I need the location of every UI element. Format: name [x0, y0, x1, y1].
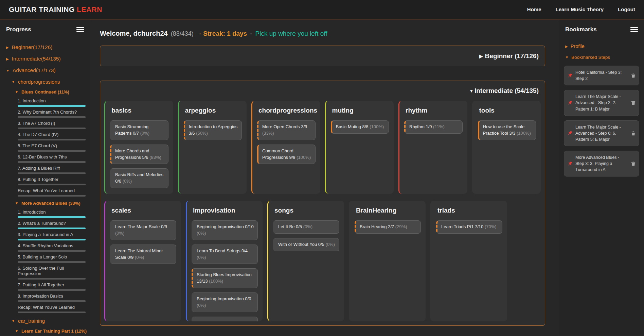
tree-step-2-what-s-a-turnaround[interactable]: 2. What's a Turnaround? [18, 221, 86, 229]
category-cards-row-2: scalesLearn The Major Scale 0/9 (0%)Lear… [104, 201, 541, 321]
tree-step-7-adding-a-blues-riff[interactable]: 7. Adding a Blues Riff [18, 166, 86, 174]
delete-bookmark-icon[interactable] [631, 73, 636, 78]
bookmark-label: Hotel California - Step 3: Step 2 [575, 69, 628, 82]
category-card-basics: basicsBasic Strumming Patterns 0/7 (0%)M… [104, 101, 173, 194]
step-progress-bar [18, 278, 86, 280]
course-button-with-or-without-you-0-5[interactable]: With or Without You 0/5 (0%) [273, 238, 339, 251]
course-percent: (0%) [325, 242, 335, 247]
nav-link-home[interactable]: Home [527, 6, 541, 12]
step-progress-bar [18, 261, 86, 263]
category-title: chordprogressions [258, 107, 316, 114]
course-button-starting-blues-improvisation-13-13[interactable]: Starting Blues Improvisation 13/13 (100%… [192, 268, 258, 288]
course-button-how-to-use-the-scale-practice-tool-3-3[interactable]: How to use the Scale Practice Tool 3/3 (… [478, 120, 536, 140]
bookmark-label: Learn The Major Scale - Advanced - Step … [575, 124, 628, 142]
tree-toggle-intermediate-54-135[interactable]: ▶Intermediate(54/135) [6, 56, 90, 62]
course-button-basic-muting-8-8[interactable]: Basic Muting 8/8 (100%) [331, 120, 389, 134]
delete-bookmark-icon[interactable] [631, 131, 636, 136]
course-button-beginning-improvisation-0-0[interactable]: Beginning Improvisation 0/0 (0%) [192, 292, 258, 312]
course-button-beginning-improvisation-0-10[interactable]: Beginning Improvisation 0/10 (0%) [192, 220, 258, 240]
tree-toggle-blues-continued-11[interactable]: ▼Blues Continued (11%) [15, 89, 90, 95]
tree-step-3-the-a7-chord-i[interactable]: 3. The A7 Chord (I) [18, 121, 86, 129]
tree-toggle-ear-training[interactable]: ▼ear_training [12, 318, 90, 324]
progress-menu-icon[interactable] [76, 26, 84, 33]
chevron-right-icon: ▶ [6, 46, 9, 49]
tree-toggle-beginner-17-126[interactable]: ▶Beginner(17/126) [6, 44, 90, 50]
tree-step-7-putting-it-all-together[interactable]: 7. Putting It All Together [18, 282, 86, 291]
tree-step-1-introduction[interactable]: 1. Introduction [18, 209, 86, 218]
course-button-common-chord-progressions-9-9[interactable]: Common Chord Progressions 9/9 (100%) [257, 145, 316, 164]
course-percent: (50%) [196, 131, 208, 136]
profile-toggle[interactable]: ▶ Profile [565, 44, 639, 49]
streak-text: - Streak: 1 days [199, 30, 247, 37]
course-button-learn-to-bend-strings-0-4[interactable]: Learn To Bend Strings 0/4 (0%) [192, 245, 258, 264]
nav-link-learn-music-theory[interactable]: Learn Music Theory [555, 6, 604, 12]
delete-bookmark-icon[interactable] [631, 100, 636, 105]
progress-sidebar: Progress ▶Beginner(17/126)▶Intermediate(… [0, 19, 90, 335]
bookmark-item-learn-the-major-scale-advanced-step-6-6-[interactable]: Learn The Major Scale - Advanced - Step … [564, 120, 639, 146]
tree-toggle-chordprogressions[interactable]: ▼chordprogressions [12, 79, 90, 85]
pin-icon [567, 130, 573, 136]
course-percent: (0%) [135, 255, 144, 260]
step-progress-bar [18, 172, 86, 174]
course-percent: (0%) [197, 255, 206, 260]
course-button-learn-the-major-scale-0-9[interactable]: Learn The Major Scale 0/9 (0%) [110, 220, 176, 240]
bookmark-item-more-advanced-blues-step-3-3-playing-a-t[interactable]: More Advanced Blues - Step 3: 3. Playing… [564, 151, 639, 177]
step-progress-bar [18, 150, 86, 152]
section-beginner[interactable]: ▶ Beginner (17/126) [100, 46, 545, 66]
course-button-basic-riffs-and-melodies-0-6[interactable]: Basic Riffs and Melodies 0/6 (0%) [110, 168, 168, 188]
category-card-brainhearing: BrainHearingBrain Hearing 2/7 (29%) [349, 201, 426, 321]
tree-toggle-more-advanced-blues-33[interactable]: ▼More Advanced Blues (33%) [15, 201, 90, 206]
tree-step-recap-what-you-ve-learned[interactable]: Recap: What You've Learned [18, 188, 86, 197]
tree-step-8-improvisation-basics[interactable]: 8. Improvisation Basics [18, 293, 86, 302]
category-card-songs: songsLet It Be 0/5 (0%)With or Without Y… [267, 201, 344, 321]
category-card-rhythm: rhythmRhythm 1/9 (11%) [398, 101, 467, 194]
delete-bookmark-icon[interactable] [631, 161, 636, 166]
tree-step-6-soloing-over-the-full-progression[interactable]: 6. Soloing Over the Full Progression [18, 266, 86, 280]
tree-toggle-advanced-17-173[interactable]: ▼Advanced(17/173) [6, 67, 90, 73]
bookmark-item-learn-the-major-scale-advanced-step-2-2-[interactable]: Learn The Major Scale - Advanced - Step … [564, 90, 639, 116]
tree-step-3-playing-a-turnaround-in-a[interactable]: 3. Playing a Turnaround in A [18, 232, 86, 240]
course-button-rhythm-1-9[interactable]: Rhythm 1/9 (11%) [404, 120, 463, 134]
pick-up-link[interactable]: Pick up where you left off [255, 30, 327, 37]
tree-toggle-learn-ear-training-part-1-12[interactable]: ▼Learn Ear Training Part 1 (12%) [15, 329, 90, 334]
chevron-down-icon: ▼ [15, 329, 18, 333]
expanded-arrow-icon: ▼ [469, 88, 474, 94]
course-button-beginning-improvisation-0-0[interactable]: Beginning Improvisation 0/0 (0%) [192, 317, 258, 321]
tree-step-4-shuffle-rhythm-variations[interactable]: 4. Shuffle Rhythm Variations [18, 243, 86, 252]
tree-step-4-the-d7-chord-iv[interactable]: 4. The D7 Chord (IV) [18, 132, 86, 140]
bookmarks-sidebar: Bookmarks ▶ Profile ▼ Bookmarked Steps H… [559, 19, 644, 335]
course-button-basic-strumming-patterns-0-7[interactable]: Basic Strumming Patterns 0/7 (0%) [110, 120, 168, 140]
category-card-chordprogressions: chordprogressionsMore Open Chords 3/9 (3… [251, 101, 320, 194]
category-title: muting [332, 107, 389, 114]
course-button-introduction-to-arpeggios-3-6[interactable]: Introduction to Arpeggios 3/6 (50%) [184, 120, 242, 140]
course-button-learn-triads-pt1-7-10[interactable]: Learn Triads Pt1 7/10 (70%) [436, 220, 502, 234]
pin-icon [567, 100, 573, 106]
tree-step-8-putting-it-together[interactable]: 8. Putting It Together [18, 177, 86, 185]
nav-links: HomeLearn Music TheoryLogout [527, 6, 635, 12]
tree-step-recap-what-you-ve-learned[interactable]: Recap: What You've Learned [18, 305, 86, 313]
course-button-more-chords-and-progressions-5-6[interactable]: More Chords and Progressions 5/6 (83%) [110, 145, 168, 164]
tree-step-5-the-e7-chord-v[interactable]: 5. The E7 Chord (V) [18, 143, 86, 152]
chevron-down-icon: ▼ [6, 69, 10, 72]
step-progress-bar [18, 216, 86, 218]
bookmarked-steps-toggle[interactable]: ▼ Bookmarked Steps [565, 55, 639, 60]
bookmarks-menu-icon[interactable] [630, 26, 638, 33]
section-intermediate-label[interactable]: ▼ Intermediate (54/135) [104, 87, 539, 95]
step-progress-bar [18, 250, 86, 252]
category-card-triads: triadsLearn Triads Pt1 7/10 (70%) [430, 201, 507, 321]
course-button-more-open-chords-3-9[interactable]: More Open Chords 3/9 (33%) [257, 120, 316, 140]
tree-step-6-12-bar-blues-with-7ths[interactable]: 6. 12-Bar Blues with 7ths [18, 154, 86, 163]
course-button-learn-the-natural-minor-scale-0-9[interactable]: Learn The Natural Minor Scale 0/9 (0%) [110, 245, 176, 264]
tree-step-5-building-a-longer-solo[interactable]: 5. Building a Longer Solo [18, 254, 86, 263]
course-button-brain-hearing-2-7[interactable]: Brain Hearing 2/7 (29%) [355, 220, 421, 234]
progress-title: Progress [6, 26, 31, 33]
course-percent: (100%) [370, 124, 384, 129]
nav-link-logout[interactable]: Logout [618, 6, 635, 12]
step-progress-bar [18, 161, 86, 163]
category-card-scales: scalesLearn The Major Scale 0/9 (0%)Lear… [104, 201, 181, 321]
tree-step-2-why-dominant-7th-chords[interactable]: 2. Why Dominant 7th Chords? [18, 110, 86, 118]
tree-step-1-introduction[interactable]: 1. Introduction [18, 98, 86, 107]
bookmark-item-hotel-california-step-3-step-2[interactable]: Hotel California - Step 3: Step 2 [564, 66, 639, 85]
course-percent: (0%) [123, 179, 132, 184]
course-button-let-it-be-0-5[interactable]: Let It Be 0/5 (0%) [273, 220, 339, 234]
